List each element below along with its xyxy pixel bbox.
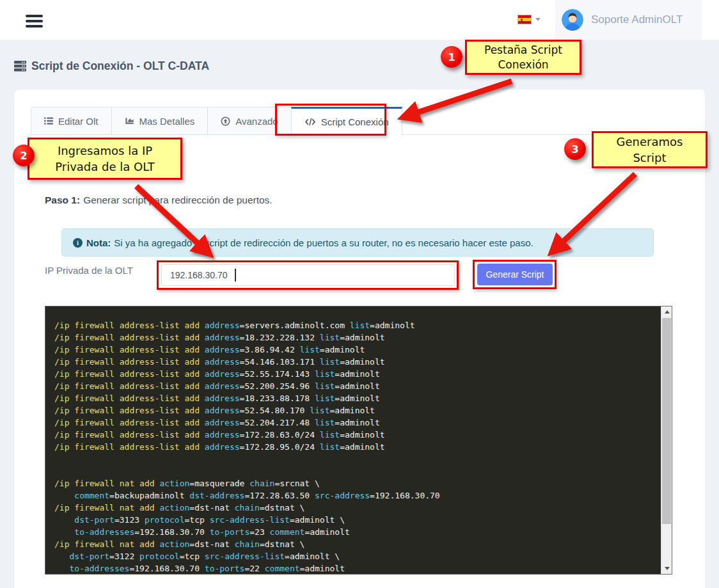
page: Soporte AdminOLT Script de Conexión - OL… — [0, 0, 719, 588]
hamburger-bar — [26, 20, 43, 22]
spain-flag-icon — [518, 15, 531, 24]
vertical-scrollbar[interactable] — [661, 306, 672, 574]
user-menu[interactable]: Soporte AdminOLT — [555, 0, 702, 40]
generar-script-button[interactable]: Generar Script — [477, 264, 553, 285]
page-title: Script de Conexión - OLT C-DATA — [14, 60, 209, 73]
list-icon — [44, 116, 53, 125]
tab-editar-olt[interactable]: Editar Olt — [31, 107, 112, 135]
step-text: Paso 1:Generar script para redirección d… — [45, 195, 273, 206]
arrow-up-circle-icon — [221, 116, 230, 126]
info-icon: i — [73, 238, 83, 248]
chart-area-icon — [125, 116, 134, 125]
hamburger-menu-button[interactable] — [26, 15, 43, 28]
tab-label: Mas Detalles — [139, 116, 195, 127]
user-name: Soporte AdminOLT — [591, 13, 683, 26]
tab-bar: Editar Olt Mas Detalles Avanzado Script … — [31, 107, 402, 135]
note-alert: i Nota: Si ya ha agregado el script de r… — [61, 228, 654, 257]
tab-label: Script Conexión — [321, 116, 389, 127]
step-label: Paso 1: — [45, 195, 80, 205]
note-label: Nota: — [86, 237, 111, 248]
ip-label: IP Privada de la OLT — [45, 265, 133, 276]
hamburger-bar — [26, 15, 43, 17]
tab-label: Avanzado — [235, 116, 278, 127]
scroll-up-button[interactable] — [661, 306, 672, 317]
text-cursor — [235, 269, 236, 282]
script-code: /ip firewall address-list add address=se… — [45, 306, 672, 575]
tab-mas-detalles[interactable]: Mas Detalles — [111, 107, 209, 135]
scroll-down-button[interactable] — [661, 563, 672, 574]
hamburger-bar — [26, 25, 43, 28]
code-icon — [304, 118, 316, 126]
ip-input[interactable] — [161, 264, 455, 286]
chevron-down-icon — [535, 18, 541, 21]
note-text: Si ya ha agregado el script de redirecci… — [114, 237, 533, 248]
tab-script-conexion[interactable]: Script Conexión — [291, 107, 402, 135]
topbar: Soporte AdminOLT — [0, 0, 719, 40]
tab-avanzado[interactable]: Avanzado — [207, 107, 291, 135]
step-description: Generar script para redirección de puert… — [83, 195, 273, 205]
callout-pestana-script: Pestaña Script Conexión — [465, 40, 581, 75]
avatar — [562, 9, 583, 31]
page-title-text: Script de Conexión - OLT C-DATA — [31, 60, 209, 73]
step-badge-1: 1 — [441, 46, 462, 68]
language-dropdown[interactable] — [518, 15, 541, 24]
tab-label: Editar Olt — [58, 116, 99, 127]
scroll-thumb[interactable] — [662, 318, 671, 524]
script-output[interactable]: /ip firewall address-list add address=se… — [45, 306, 672, 575]
server-icon — [14, 61, 26, 72]
